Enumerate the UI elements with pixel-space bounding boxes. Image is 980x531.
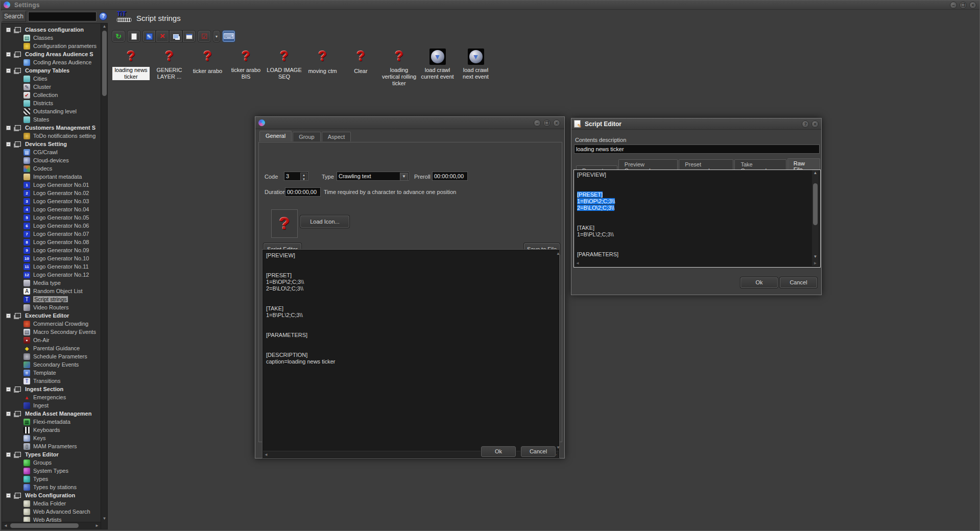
tree-item-on-air[interactable]: ▪On-Air bbox=[2, 336, 101, 344]
tab-aspect[interactable]: Aspect bbox=[322, 132, 351, 141]
tree-item-media-asset-managemen[interactable]: −Media Asset Managemen bbox=[2, 409, 101, 418]
tree-item-schedule-parameters[interactable]: Schedule Parameters bbox=[2, 352, 101, 360]
tree-item-executive-editor[interactable]: −Executive Editor bbox=[2, 311, 101, 320]
script-item-moving-ctm[interactable]: ?moving ctm bbox=[303, 47, 342, 87]
minimize-button[interactable]: – bbox=[950, 2, 957, 9]
collapse-toggle[interactable]: − bbox=[6, 313, 11, 318]
collapse-toggle[interactable]: − bbox=[6, 387, 11, 392]
tree-item-commercial-crowding[interactable]: Commercial Crowding bbox=[2, 320, 101, 328]
tree-item-logo-generator-no-07[interactable]: 7Logo Generator No.07 bbox=[2, 230, 101, 238]
restore-button[interactable]: ❐ bbox=[960, 2, 967, 9]
script-item-generic-layer[interactable]: ?GENERIC LAYER ... bbox=[150, 47, 188, 87]
scroll-down-icon[interactable]: ▼ bbox=[555, 445, 561, 451]
script-item-clear[interactable]: ?Clear bbox=[342, 47, 380, 87]
scroll-left-icon[interactable]: ◄ bbox=[2, 522, 9, 529]
tree-item-devices-setting[interactable]: −Devices Setting bbox=[2, 140, 101, 148]
tree-item-template[interactable]: ≡Template bbox=[2, 369, 101, 377]
tree-item-classes[interactable]: ▤Classes bbox=[2, 34, 101, 42]
tree-item-districts[interactable]: Districts bbox=[2, 99, 101, 107]
tree-item-web-configuration[interactable]: −Web Configuration bbox=[2, 491, 101, 499]
tree-item-logo-generator-no-03[interactable]: 3Logo Generator No.03 bbox=[2, 197, 101, 205]
scroll-up-icon[interactable]: ▲ bbox=[101, 23, 108, 30]
scroll-right-icon[interactable]: ► bbox=[93, 522, 101, 529]
tree-item-ingest[interactable]: Ingest bbox=[2, 401, 101, 409]
collapse-toggle[interactable]: − bbox=[6, 126, 11, 130]
tree-horizontal-scrollbar[interactable]: ◄ ► bbox=[2, 522, 101, 529]
delete-button[interactable]: × bbox=[156, 30, 169, 42]
search-button[interactable]: Search bbox=[2, 11, 26, 22]
script-item-load-image-seq[interactable]: ?LOAD IMAGE SEQ bbox=[265, 47, 303, 87]
tree-item-transitions[interactable]: TTransitions bbox=[2, 377, 101, 385]
tree-item-emergencies[interactable]: ▲Emergencies bbox=[2, 393, 101, 401]
scroll-down-icon[interactable]: ▼ bbox=[812, 254, 819, 259]
collapse-toggle[interactable]: − bbox=[6, 452, 11, 457]
tree-item-logo-generator-no-01[interactable]: 1Logo Generator No.01 bbox=[2, 181, 101, 189]
editor-vscroll-thumb[interactable] bbox=[813, 183, 818, 225]
scroll-right-icon[interactable]: ► bbox=[812, 261, 819, 266]
validate-button[interactable]: ☑ bbox=[198, 30, 211, 42]
type-dropdown[interactable]: Crawling text ▼ bbox=[337, 172, 409, 181]
search-input[interactable] bbox=[28, 12, 97, 21]
cancel-button[interactable]: Cancel bbox=[521, 446, 556, 457]
tree-item-mam-parameters[interactable]: ▯MAM Parameters bbox=[2, 442, 101, 450]
tree-item-states[interactable]: States bbox=[2, 115, 101, 124]
tree-item-logo-generator-no-09[interactable]: 9Logo Generator No.09 bbox=[2, 246, 101, 254]
tree-item-cities[interactable]: Cities bbox=[2, 75, 101, 83]
tree-item-web-advanced-search[interactable]: Web Advanced Search bbox=[2, 508, 101, 516]
tree-item-types[interactable]: Types bbox=[2, 475, 101, 483]
tree-hscroll-thumb[interactable] bbox=[10, 523, 79, 528]
properties-button[interactable] bbox=[182, 30, 196, 42]
tree-item-coding-areas-audience[interactable]: Coding Areas Audience bbox=[2, 58, 101, 66]
scroll-up-icon[interactable]: ▲ bbox=[812, 171, 819, 175]
tree-item-macro-secondary-events[interactable]: ▤Macro Secondary Events bbox=[2, 328, 101, 336]
validate-dropdown-button[interactable]: ▾ bbox=[213, 30, 220, 42]
tree-item-customers-management-s[interactable]: −Customers Management S bbox=[2, 124, 101, 132]
script-text-area[interactable]: [PREVIEW] [PRESET]1=B\OP\2;C;3\\2=B\LO\2… bbox=[262, 250, 559, 458]
tree-item-logo-generator-no-10[interactable]: 10Logo Generator No.10 bbox=[2, 254, 101, 262]
edit-button[interactable]: ✎ bbox=[142, 30, 156, 42]
tree-item-types-by-stations[interactable]: Types by stations bbox=[2, 483, 101, 491]
scroll-left-icon[interactable]: ◄ bbox=[576, 261, 580, 266]
script-item-ticker-arabo[interactable]: ?ticker arabo bbox=[188, 47, 227, 87]
tab-general[interactable]: General bbox=[259, 131, 292, 141]
tree-item-company-tables[interactable]: −Company Tables bbox=[2, 66, 101, 75]
close-button[interactable]: × bbox=[969, 2, 976, 9]
tree-item-secondary-events[interactable]: Secondary Events bbox=[2, 360, 101, 369]
tree-item-logo-generator-no-06[interactable]: 6Logo Generator No.06 bbox=[2, 222, 101, 230]
restore-button[interactable]: ❐ bbox=[543, 119, 551, 127]
tree-item-todo-notifications-setting[interactable]: ToDo notifications setting bbox=[2, 132, 101, 140]
tree-item-logo-generator-no-05[interactable]: 5Logo Generator No.05 bbox=[2, 213, 101, 222]
collapse-toggle[interactable]: − bbox=[6, 493, 11, 498]
collapse-toggle[interactable]: − bbox=[6, 28, 11, 32]
tree-item-configuration-parameters[interactable]: Configuration parameters bbox=[2, 42, 101, 50]
script-item-load-crawl-next-event[interactable]: ▼load crawl next event bbox=[457, 47, 495, 87]
collapse-toggle[interactable]: − bbox=[6, 68, 11, 73]
tree-item-random-object-list[interactable]: ARandom Object List bbox=[2, 287, 101, 295]
script-item-loading-news-ticker[interactable]: ?loading news ticker bbox=[112, 47, 150, 87]
tree-item-keys[interactable]: Keys bbox=[2, 434, 101, 442]
tree-item-important-metadata[interactable]: Important metadata bbox=[2, 173, 101, 181]
duration-field[interactable]: 00:00:00,00 bbox=[285, 187, 321, 197]
tree-item-flexi-metadata[interactable]: ▦Flexi-metadata bbox=[2, 418, 101, 426]
tree-item-types-editor[interactable]: −Types Editor bbox=[2, 450, 101, 458]
tree-item-ingest-section[interactable]: −Ingest Section bbox=[2, 385, 101, 393]
collapse-toggle[interactable]: − bbox=[6, 412, 11, 416]
tree-item-collection[interactable]: ✔Collection bbox=[2, 91, 101, 99]
tree-vertical-scrollbar[interactable]: ▲ ▼ bbox=[101, 23, 107, 529]
ok-button[interactable]: Ok bbox=[740, 277, 778, 288]
keyboard-button[interactable]: ⌨ bbox=[222, 30, 235, 42]
tree-item-coding-areas-audience-s[interactable]: −Coding Areas Audience S bbox=[2, 50, 101, 58]
tree-item-parental-guidance[interactable]: ◆Parental Guidance bbox=[2, 344, 101, 352]
contents-description-input[interactable] bbox=[574, 144, 820, 154]
tree-vscroll-thumb[interactable] bbox=[102, 31, 107, 96]
collapse-toggle[interactable]: − bbox=[6, 52, 11, 57]
help-button[interactable]: ? bbox=[802, 120, 809, 128]
copy-button[interactable] bbox=[169, 30, 182, 42]
tree-item-keyboards[interactable]: Keyboards bbox=[2, 426, 101, 434]
close-button[interactable]: × bbox=[811, 120, 819, 128]
stepper-arrows-icon[interactable]: ▲▼ bbox=[300, 173, 307, 181]
tree-item-classes-configuration[interactable]: −Classes configuration bbox=[2, 26, 101, 34]
script-item-load-crawl-current-event[interactable]: ▼load crawl current event bbox=[418, 47, 457, 87]
raw-file-text-area[interactable]: [PREVIEW] [PRESET]1=B\OP\2;C;3\\2=B\LO\2… bbox=[573, 170, 821, 268]
chevron-down-icon[interactable]: ▼ bbox=[400, 173, 408, 181]
